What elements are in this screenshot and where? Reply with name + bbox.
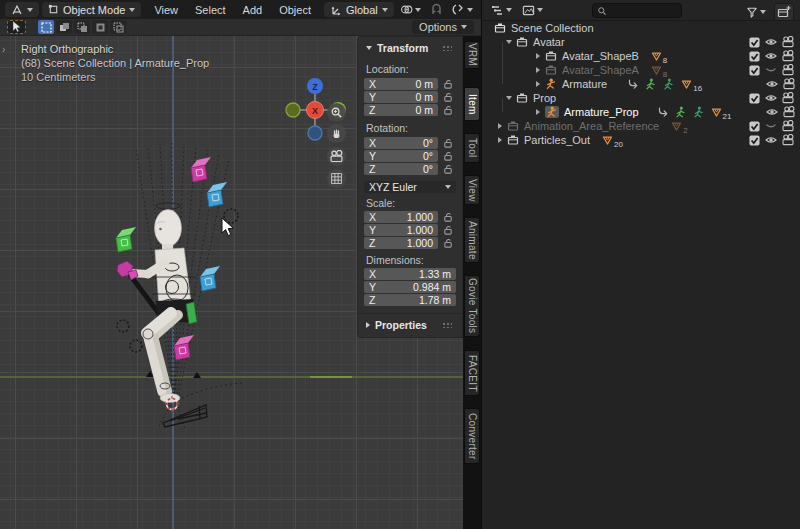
hide-eye-icon[interactable] [765,50,777,62]
outliner-row-scene-collection[interactable]: Scene Collection [482,21,800,35]
exclude-checkbox[interactable] [749,135,760,146]
dimensions-x-field[interactable]: X1.33 m [364,268,456,280]
tab-faceit[interactable]: FACEIT [464,350,480,396]
expand-arrow-icon[interactable] [536,81,540,87]
location-x-field[interactable]: X0 m [364,78,438,90]
expand-arrow-icon[interactable] [498,123,502,129]
exclude-checkbox[interactable] [749,37,760,48]
exclude-checkbox[interactable] [749,93,760,104]
expand-arrow-icon[interactable] [536,109,540,115]
render-camera-icon[interactable] [783,78,795,90]
render-camera-icon[interactable] [782,36,794,48]
outliner-row-armature[interactable]: Armature 16 [482,77,800,91]
viewport-3d[interactable]: › [0,36,463,529]
gizmo-axis-x[interactable]: X [307,102,324,119]
select-mode-set[interactable] [38,20,54,34]
lock-icon[interactable] [443,238,453,248]
cube-blue-upper[interactable] [207,182,227,207]
location-y-field[interactable]: Y0 m [364,91,438,103]
panel-drag-dots[interactable] [442,45,452,51]
zoom-button[interactable] [327,103,346,122]
menu-object[interactable]: Object [272,4,318,16]
pan-button[interactable] [327,124,346,143]
hide-eye-closed-icon[interactable] [765,64,777,76]
camera-view-button[interactable] [327,147,346,166]
scale-z-field[interactable]: Z1.000 [364,237,438,249]
hide-eye-icon[interactable] [766,78,778,90]
cube-pink-lower[interactable] [174,335,194,360]
scale-x-field[interactable]: X1.000 [364,211,438,223]
new-collection-button[interactable] [774,3,794,21]
expand-arrow-icon[interactable] [506,96,512,100]
tab-animate[interactable]: Animate [464,217,480,263]
render-camera-icon[interactable] [782,64,794,76]
render-camera-icon[interactable] [782,120,794,132]
snap-target-dropdown[interactable] [449,2,476,17]
display-mode-dropdown[interactable] [519,3,546,18]
exclude-checkbox[interactable] [749,65,760,76]
expand-arrow-icon[interactable] [536,67,540,73]
hide-eye-icon[interactable] [765,92,777,104]
exclude-checkbox[interactable] [749,51,760,62]
outliner-row-avatar-shapeb[interactable]: Avatar_ShapeB 8 [482,49,800,63]
outliner-row-armature-prop[interactable]: Armature_Prop 21 [482,105,800,119]
render-camera-icon[interactable] [782,134,794,146]
select-mode-subtract[interactable] [74,20,90,34]
hide-eye-icon[interactable] [765,134,777,146]
dimensions-z-field[interactable]: Z1.78 m [364,294,456,306]
rotation-z-field[interactable]: Z0° [364,163,438,175]
scale-y-field[interactable]: Y1.000 [364,224,438,236]
hide-eye-closed-icon[interactable] [765,120,777,132]
render-camera-icon[interactable] [783,106,795,118]
hide-eye-icon[interactable] [766,106,778,118]
lock-icon[interactable] [443,105,453,115]
select-mode-invert[interactable] [92,20,108,34]
panel-drag-dots[interactable] [442,322,452,328]
rotation-y-field[interactable]: Y0° [364,150,438,162]
tab-vrm[interactable]: VRM [464,41,480,69]
lock-icon[interactable] [443,138,453,148]
render-camera-icon[interactable] [782,50,794,62]
snap-toggle[interactable] [427,2,446,17]
expand-arrow-icon[interactable] [498,137,502,143]
outliner-row-prop[interactable]: Prop [482,91,800,105]
pivot-point-dropdown[interactable] [397,2,424,17]
tab-converter[interactable]: Converter [464,408,480,464]
editor-type-dropdown[interactable] [5,2,39,17]
hide-eye-icon[interactable] [765,36,777,48]
outliner-row-avatar[interactable]: Avatar [482,35,800,49]
tab-tool[interactable]: Tool [464,133,480,163]
grid-perspective-button[interactable] [327,169,346,188]
lock-icon[interactable] [443,92,453,102]
lock-icon[interactable] [443,164,453,174]
tab-item[interactable]: Item [464,87,480,121]
outliner-search[interactable] [592,3,682,18]
rotation-mode-dropdown[interactable]: XYZ Euler [364,181,456,193]
select-mode-extend[interactable] [56,20,72,34]
cube-blue-lower[interactable] [200,266,220,291]
select-mode-intersect[interactable] [110,20,126,34]
expand-arrow-icon[interactable] [506,40,512,44]
expand-arrow-icon[interactable] [536,53,540,59]
outliner-editor-dropdown[interactable] [488,3,515,18]
tweak-tool-button[interactable] [7,20,26,34]
properties-panel-header[interactable]: Properties [366,319,458,331]
menu-select[interactable]: Select [188,4,233,16]
lock-icon[interactable] [443,225,453,235]
exclude-checkbox[interactable] [749,121,760,132]
render-camera-icon[interactable] [782,92,794,104]
lock-icon[interactable] [443,212,453,222]
mode-dropdown[interactable]: Object Mode [42,2,141,17]
lock-icon[interactable] [443,79,453,89]
transform-orientation-dropdown[interactable]: Global [324,2,394,17]
gizmo-axis-z-neg[interactable] [308,126,322,140]
toolbar-expand-chevron[interactable]: › [2,44,5,55]
tab-view[interactable]: View [464,175,480,205]
cube-pink-top[interactable] [191,157,211,182]
mannequin-character[interactable] [117,203,197,403]
transform-panel-header[interactable]: Transform [366,42,458,54]
rotation-x-field[interactable]: X0° [364,137,438,149]
location-z-field[interactable]: Z0 m [364,104,438,116]
options-dropdown[interactable]: Options [412,20,474,34]
dimensions-y-field[interactable]: Y0.984 m [364,281,456,293]
